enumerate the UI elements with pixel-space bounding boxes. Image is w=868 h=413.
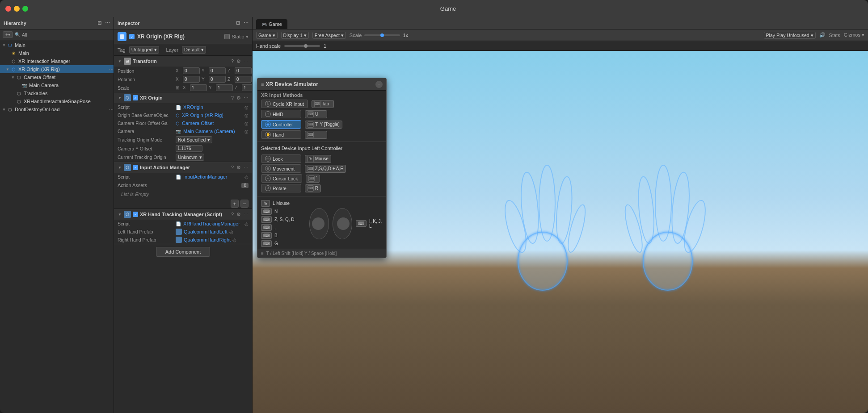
game-tab[interactable]: 🎮 Game [256, 19, 287, 29]
xr-origin-checkbox[interactable]: ✓ [133, 95, 138, 100]
camera-floor-value[interactable]: ⬡ Camera Offset [176, 121, 243, 126]
scale-y-input[interactable] [216, 84, 233, 91]
xhm-script-value[interactable]: 📄 XRHandTrackingManager [176, 221, 243, 226]
hierarchy-item-camera-offset[interactable]: ▼ ⬡ Camera Offset [0, 73, 114, 81]
iam-script-value[interactable]: 📄 InputActionManager [176, 174, 243, 179]
hmd-button[interactable]: ⊙ HMD [261, 110, 301, 118]
aspect-dropdown[interactable]: Free Aspect ▾ [312, 32, 346, 39]
volume-icon[interactable]: 🔊 [819, 32, 826, 38]
origin-base-circle[interactable]: ◎ [244, 113, 249, 118]
hierarchy-item-dont-destroy[interactable]: ▼ ⬡ DontDestroyOnLoad ⋯ [0, 105, 114, 113]
game-dropdown[interactable]: Game ▾ [256, 32, 278, 39]
hierarchy-item-xr-origin[interactable]: ▼ ⬡ XR Origin (XR Rig) ⋯ [0, 65, 114, 73]
display-dropdown-label: Display 1 [283, 33, 303, 38]
rot-y-input[interactable] [209, 76, 226, 83]
transform-help-icon[interactable]: ? [231, 58, 234, 64]
xr-origin-settings-icon[interactable]: ⚙ [236, 95, 241, 101]
tag-select[interactable]: Untagged ▾ [129, 46, 159, 54]
add-hierarchy-button[interactable]: +▾ [3, 31, 13, 38]
inspector-lock-icon[interactable]: ⊡ [236, 20, 240, 26]
left-hand-circle[interactable]: ◎ [229, 229, 233, 234]
pos-z-input[interactable] [235, 67, 252, 74]
hierarchy-item-xr-interaction-manager[interactable]: ⬡ XR Interaction Manager [0, 57, 114, 65]
hierarchy-item-trackables[interactable]: ⬡ Trackables [0, 89, 114, 97]
add-component-button[interactable]: Add Component [156, 247, 211, 257]
iam-more-icon[interactable]: ⋯ [244, 165, 249, 171]
xr-origin-menu-icon[interactable]: ⋯ [109, 67, 114, 72]
rot-x-input[interactable] [183, 76, 200, 83]
tracking-origin-dropdown[interactable]: Unknown ▾ [176, 154, 204, 161]
transform-more-icon[interactable]: ⋯ [244, 58, 249, 64]
lock-icon[interactable]: ⊡ [97, 20, 101, 26]
hand-scale-slider[interactable] [284, 45, 320, 47]
maximize-button[interactable] [22, 6, 28, 12]
cycle-xr-input-button[interactable]: ↻ Cycle XR Input [261, 100, 308, 108]
xhm-checkbox[interactable]: ✓ [133, 212, 138, 217]
rot-z-input[interactable] [235, 76, 252, 83]
left-joystick[interactable] [309, 208, 329, 239]
tracking-mode-dropdown[interactable]: Not Specified ▾ [176, 136, 212, 143]
xr-origin-more-icon[interactable]: ⋯ [244, 95, 249, 101]
camera-floor-circle[interactable]: ◎ [244, 121, 249, 126]
play-unfocused-dropdown[interactable]: Play Play Unfocused ▾ [764, 32, 816, 39]
minimize-button[interactable] [14, 6, 20, 12]
xr-origin-help-icon[interactable]: ? [231, 95, 234, 101]
xr-origin-header[interactable]: ▼ ⬡ ✓ XR Origin ? ⚙ ⋯ [114, 92, 252, 103]
obj-icon [118, 32, 126, 41]
camera-value[interactable]: 📷 Main Camera (Camera) [176, 129, 243, 134]
hierarchy-item-directional-light[interactable]: ☀ Main [0, 49, 114, 57]
pos-x-input[interactable] [183, 67, 200, 74]
hierarchy-item-main-camera[interactable]: 📷 Main Camera [0, 81, 114, 89]
iam-header[interactable]: ▼ ⬡ ✓ Input Action Manager ? ⚙ ⋯ [114, 162, 252, 173]
right-hand-circle[interactable]: ◎ [232, 238, 236, 242]
iam-script-circle[interactable]: ◎ [244, 175, 249, 179]
left-hand-value[interactable]: QualcommHandLeft [184, 229, 228, 234]
more-icon[interactable]: ⋯ [105, 20, 110, 26]
iam-checkbox[interactable]: ✓ [133, 165, 138, 170]
gizmos-dropdown[interactable]: Gizmos ▾ [844, 32, 864, 38]
origin-base-value[interactable]: ⬡ XR Origin (XR Rig) [176, 113, 243, 118]
layer-select[interactable]: Default ▾ [182, 46, 206, 54]
add-asset-button[interactable]: + [231, 200, 239, 208]
remove-asset-button[interactable]: − [240, 200, 249, 208]
hand-button[interactable]: ✋ Hand [261, 130, 301, 139]
display-dropdown[interactable]: Display 1 ▾ [281, 32, 309, 39]
close-button[interactable] [5, 6, 11, 12]
right-joystick[interactable] [333, 208, 352, 239]
transform-settings-icon[interactable]: ⚙ [236, 58, 241, 64]
rotate-button[interactable]: ↺ Rotate [261, 184, 301, 192]
xr-sim-menu-icon[interactable]: ≡ [261, 82, 264, 87]
stats-button[interactable]: Stats [829, 33, 840, 38]
movement-button[interactable]: ⊕ Movement [261, 164, 301, 173]
scale-z-input[interactable] [242, 84, 252, 91]
xr-script-circle[interactable]: ◎ [244, 105, 249, 110]
xr-sim-close-button[interactable]: − [375, 81, 383, 88]
cursor-lock-row: ↔ Cursor Lock ⌨ ` [261, 174, 383, 183]
static-dropdown-icon[interactable]: ▾ [246, 34, 249, 40]
hierarchy-item-main[interactable]: ▼ ⬡ Main [0, 41, 114, 49]
transform-header[interactable]: ▼ ⊞ Transform ? ⚙ ⋯ [114, 56, 252, 67]
iam-settings-icon[interactable]: ⚙ [236, 165, 241, 171]
xhm-more-icon[interactable]: ⋯ [244, 212, 249, 217]
xr-script-value[interactable]: 📄 XROrigin [176, 104, 243, 110]
pos-y-input[interactable] [209, 67, 226, 74]
static-checkbox[interactable] [224, 34, 230, 39]
dont-destroy-menu-icon[interactable]: ⋯ [109, 107, 114, 112]
xhm-header[interactable]: ▼ ⬡ ✓ XR Hand Tracking Manager (Script) … [114, 209, 252, 220]
scale-slider-track[interactable] [364, 34, 400, 36]
hierarchy-item-xr-hand-snap[interactable]: ⬡ XRHandInteractableSnapPoseM [0, 97, 114, 105]
camera-circle[interactable]: ◎ [244, 129, 249, 134]
inspector-more-icon[interactable]: ⋯ [244, 20, 249, 26]
hierarchy-content: ▼ ⬡ Main ☀ Main ⬡ XR Interaction Manager… [0, 40, 114, 413]
xhm-script-circle[interactable]: ◎ [244, 221, 249, 226]
iam-help-icon[interactable]: ? [231, 165, 234, 171]
xhm-help-icon[interactable]: ? [231, 212, 234, 217]
scale-x-input[interactable] [190, 84, 207, 91]
xhm-settings-icon[interactable]: ⚙ [236, 212, 241, 217]
active-checkbox[interactable]: ✓ [129, 34, 135, 39]
camera-y-input[interactable] [176, 145, 202, 152]
controller-button[interactable]: ◉ Controller [261, 120, 301, 129]
cursor-lock-button[interactable]: ↔ Cursor Lock [261, 174, 302, 183]
look-button[interactable]: ◎ Look [261, 154, 301, 163]
right-hand-value[interactable]: QualcommHandRight [184, 237, 231, 242]
